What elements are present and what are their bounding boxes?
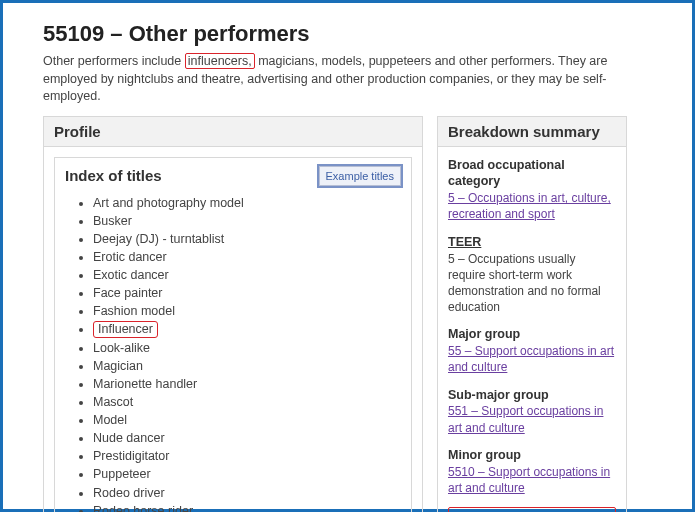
teer-label: TEER: [448, 234, 616, 251]
major-group: Major group 55 – Support occupations in …: [448, 326, 616, 375]
teer-text: 5 – Occupations usually require short-te…: [448, 251, 616, 316]
list-item: Influencer: [93, 320, 401, 338]
broad-label: Broad occupational category: [448, 157, 616, 191]
list-item: Magician: [93, 357, 401, 375]
list-item: Puppeteer: [93, 465, 401, 483]
list-item: Fashion model: [93, 302, 401, 320]
columns: Profile Index of titles Example titles A…: [43, 116, 652, 513]
intro-before: Other performers include: [43, 54, 181, 68]
list-item: Model: [93, 411, 401, 429]
index-head: Index of titles Example titles: [65, 166, 401, 186]
breakdown-header: Breakdown summary: [438, 117, 626, 147]
page-title: 55109 – Other performers: [43, 21, 652, 47]
broad-link[interactable]: 5 – Occupations in art, culture, recreat…: [448, 191, 611, 221]
page-frame: 55109 – Other performers Other performer…: [0, 0, 695, 512]
profile-header: Profile: [44, 117, 422, 147]
intro-text: Other performers include influencers, ma…: [43, 53, 652, 106]
profile-panel: Profile Index of titles Example titles A…: [43, 116, 423, 513]
version-box: Version NOC 2021 Version 1.0: [448, 507, 616, 512]
list-item: Look-alike: [93, 339, 401, 357]
page-content: 55109 – Other performers Other performer…: [27, 21, 668, 512]
index-card: Index of titles Example titles Art and p…: [54, 157, 412, 513]
list-item: Mascot: [93, 393, 401, 411]
major-link[interactable]: 55 – Support occupations in art and cult…: [448, 344, 614, 374]
titles-list: Art and photography modelBuskerDeejay (D…: [65, 194, 401, 513]
profile-body: Index of titles Example titles Art and p…: [44, 147, 422, 513]
list-item: Nude dancer: [93, 429, 401, 447]
example-titles-button[interactable]: Example titles: [319, 166, 401, 186]
breakdown-panel: Breakdown summary Broad occupational cat…: [437, 116, 627, 513]
list-item: Marionette handler: [93, 375, 401, 393]
minor-label: Minor group: [448, 447, 616, 464]
list-item: Deejay (DJ) - turntablist: [93, 230, 401, 248]
list-item: Rodeo horse rider: [93, 502, 401, 512]
minor-link[interactable]: 5510 – Support occupations in art and cu…: [448, 465, 610, 495]
highlighted-title: Influencer: [93, 321, 158, 338]
major-label: Major group: [448, 326, 616, 343]
index-title: Index of titles: [65, 167, 162, 184]
list-item: Erotic dancer: [93, 248, 401, 266]
broad-group: Broad occupational category 5 – Occupati…: [448, 157, 616, 223]
submajor-link[interactable]: 551 – Support occupations in art and cul…: [448, 404, 603, 434]
list-item: Art and photography model: [93, 194, 401, 212]
list-item: Busker: [93, 212, 401, 230]
minor-group: Minor group 5510 – Support occupations i…: [448, 447, 616, 496]
list-item: Face painter: [93, 284, 401, 302]
submajor-group: Sub-major group 551 – Support occupation…: [448, 387, 616, 436]
teer-group: TEER 5 – Occupations usually require sho…: [448, 234, 616, 316]
breakdown-body: Broad occupational category 5 – Occupati…: [438, 147, 626, 513]
list-item: Prestidigitator: [93, 447, 401, 465]
list-item: Exotic dancer: [93, 266, 401, 284]
intro-highlight: influencers,: [185, 53, 255, 69]
submajor-label: Sub-major group: [448, 387, 616, 404]
list-item: Rodeo driver: [93, 484, 401, 502]
